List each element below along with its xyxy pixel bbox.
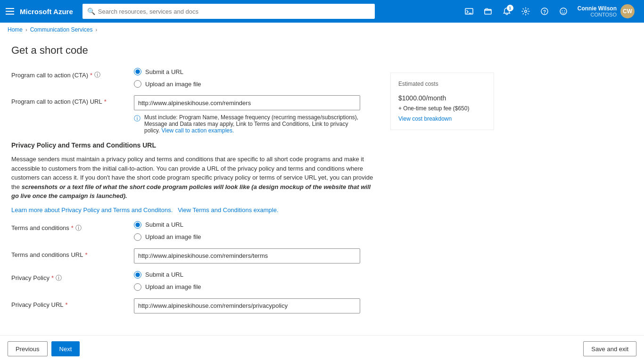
terms-url-input[interactable] [134,248,360,263]
cloud-shell-icon[interactable] [461,3,478,20]
azure-logo: Microsoft Azure [20,8,73,16]
pp-url-row: Privacy Policy URL * [11,298,379,313]
pp-image-radio[interactable] [134,283,141,291]
pp-info-icon[interactable]: ⓘ [56,274,62,282]
page-title: Get a short code [11,44,379,57]
privacy-policy-row: Privacy Policy * ⓘ Submit a URL Upload a… [11,271,379,291]
cta-info-icon[interactable]: ⓘ [94,71,100,79]
view-cost-breakdown-link[interactable]: View cost breakdown [398,115,486,122]
privacy-links: Learn more about Privacy Policy and Term… [11,206,379,214]
previous-button[interactable]: Previous [8,341,48,356]
cost-label: Estimated costs [398,81,486,87]
settings-icon[interactable] [517,3,534,20]
cta-examples-link[interactable]: View call to action examples. [161,127,234,134]
top-navigation: Microsoft Azure 🔍 1 ? Connie Wilson CONT… [0,0,644,23]
terms-info-icon[interactable]: ⓘ [75,224,82,232]
user-name: Connie Wilson [578,5,617,12]
breadcrumb: Home › Communication Services › [0,23,644,37]
feedback-icon[interactable] [555,3,572,20]
pp-upload-image-option[interactable]: Upload an image file [134,283,379,291]
svg-point-3 [524,10,527,13]
pp-required: * [51,274,54,281]
cta-url-required: * [104,98,107,105]
cost-amount: $1000.00/month [398,91,486,103]
search-bar: 🔍 [83,4,375,19]
cta-url-label: Program call to action (CTA) URL * [11,95,124,105]
cta-url-controls: ⓘ Must include: Program Name, Message fr… [134,95,379,134]
svg-text:?: ? [543,9,546,15]
svg-point-8 [564,10,565,11]
privacy-learn-more-link[interactable]: Learn more about Privacy Policy and Term… [11,206,173,214]
terms-example-link[interactable]: View Terms and Conditions example. [178,206,278,214]
pp-url-label: Privacy Policy URL * [11,298,124,308]
svg-point-7 [561,10,562,11]
form-area: Get a short code Program call to action … [11,44,379,328]
breadcrumb-home[interactable]: Home [8,26,23,33]
terms-submit-url-option[interactable]: Submit a URL [134,221,379,229]
hamburger-menu[interactable] [6,8,14,15]
terms-radio-group: Submit a URL Upload an image file [134,221,379,241]
terms-url-label: Terms and conditions URL * [11,248,124,258]
cta-required: * [90,72,92,79]
breadcrumb-communication-services[interactable]: Communication Services [30,26,93,33]
privacy-body: Message senders must maintain a privacy … [11,155,379,201]
cta-upload-image-option[interactable]: Upload an image file [134,80,379,88]
terms-row: Terms and conditions * ⓘ Submit a URL Up… [11,221,379,241]
user-org: CONTOSO [591,12,617,17]
search-input[interactable] [98,8,370,15]
cta-url-row: Program call to action (CTA) URL * ⓘ Mus… [11,95,379,134]
cost-panel: Estimated costs $1000.00/month + One-tim… [390,73,494,130]
cta-label: Program call to action (CTA) * ⓘ [11,68,124,79]
terms-url-row: Terms and conditions URL * [11,248,379,263]
pp-url-controls [134,298,379,313]
cta-url-input[interactable] [134,95,360,110]
user-profile[interactable]: Connie Wilson CONTOSO CW [574,2,638,20]
cta-controls: Submit a URL Upload an image file [134,68,379,88]
terms-controls: Submit a URL Upload an image file [134,221,379,241]
terms-required: * [71,224,74,231]
svg-point-6 [560,8,567,15]
pp-controls: Submit a URL Upload an image file [134,271,379,291]
pp-url-input[interactable] [134,298,360,313]
next-button[interactable]: Next [51,341,80,356]
pp-url-radio[interactable] [134,271,141,279]
cta-radio-group: Submit a URL Upload an image file [134,68,379,88]
breadcrumb-separator-2: › [95,27,97,33]
cta-submit-url-option[interactable]: Submit a URL [134,68,379,75]
terms-upload-image-option[interactable]: Upload an image file [134,233,379,241]
pp-radio-group: Submit a URL Upload an image file [134,271,379,291]
avatar: CW [620,4,635,18]
terms-url-radio[interactable] [134,221,141,229]
nav-icons-group: 1 ? Connie Wilson CONTOSO CW [461,2,638,20]
footer: Previous Next Save and exit [0,335,644,362]
notification-badge: 1 [507,5,513,11]
cost-setup-fee: + One-time setup fee ($650) [398,105,486,112]
terms-image-radio[interactable] [134,233,141,241]
terms-url-required: * [85,251,87,258]
help-icon[interactable]: ? [536,3,553,20]
cta-row: Program call to action (CTA) * ⓘ Submit … [11,68,379,88]
pp-url-required: * [66,301,68,308]
privacy-policy-label: Privacy Policy * ⓘ [11,271,124,282]
cta-image-radio[interactable] [134,80,141,88]
notifications-icon[interactable]: 1 [498,3,515,20]
terms-url-controls [134,248,379,263]
cta-info-box: ⓘ Must include: Program Name, Message fr… [134,114,360,134]
directory-icon[interactable] [479,3,496,20]
privacy-heading: Privacy Policy and Terms and Conditions … [11,141,379,149]
cta-url-radio[interactable] [134,68,141,75]
terms-label: Terms and conditions * ⓘ [11,221,124,232]
save-exit-button[interactable]: Save and exit [583,341,636,356]
info-circle-icon: ⓘ [134,115,140,134]
pp-submit-url-option[interactable]: Submit a URL [134,271,379,279]
search-icon: 🔍 [87,8,95,15]
breadcrumb-separator-1: › [25,27,27,33]
main-content: Get a short code Program call to action … [0,37,644,335]
